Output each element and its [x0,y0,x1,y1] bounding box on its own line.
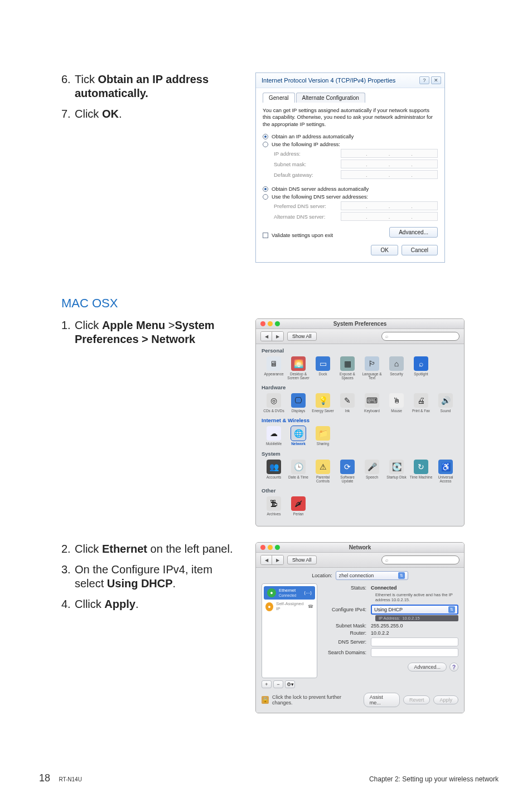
remove-button[interactable]: − [273,680,283,688]
sidebar-item-ethernet[interactable]: ● EthernetConnected ⟨⋯⟩ [264,586,315,600]
dialog-title: Internet Protocol Version 4 (TCP/IPv4) P… [262,77,395,84]
pref-item[interactable]: ☁MobileMe [262,426,286,446]
ok-button[interactable]: OK [371,245,398,255]
help-button-icon[interactable]: ? [419,76,429,84]
pref-item[interactable]: 🖥Appearance [262,356,286,380]
pref-item[interactable]: 🖱Mouse [384,393,409,413]
search-domains-label: Search Domains: [322,650,371,655]
checkbox-validate[interactable]: Validate settings upon exit [263,232,333,238]
pref-item[interactable]: 💡Energy Saver [311,393,335,413]
nav-buttons[interactable]: ◀ ▶ [260,555,284,565]
pref-item[interactable]: ◎CDs & DVDs [262,393,286,413]
field-ip-address: IP address:... [274,149,438,158]
assist-button[interactable]: Assist me... [364,693,400,707]
section-hdr-system: System [262,451,458,457]
tab-alternate-config[interactable]: Alternate Configuration [296,93,365,103]
network-window: Network ◀ ▶ Show All ⌕ Location: zhel co… [255,542,465,713]
section-hdr-personal: Personal [262,347,458,354]
field-alternate-dns: Alternate DNS server:... [274,212,438,221]
pref-item[interactable]: ⟳Software Update [335,460,360,483]
phone-icon: ☎ [308,604,313,609]
pref-item[interactable]: 🌅Desktop & Screen Saver [286,356,311,380]
radio-use-ip[interactable]: Use the following IP address: [263,141,438,147]
chevron-updown-icon: ⇅ [448,606,455,613]
pref-item[interactable]: ⌂Security [384,356,409,380]
pref-item[interactable]: ⚠Parental Controls [311,460,335,483]
pref-item[interactable]: ⌕Spotlight [409,356,433,380]
router-value: 10.0.2.2 [371,630,389,636]
pref-item[interactable]: 🖨Print & Fax [409,393,433,413]
radio-obtain-dns[interactable]: Obtain DNS server address automatically [263,186,438,192]
radio-obtain-ip[interactable]: Obtain an IP address automatically [263,133,438,139]
pref-item[interactable]: 🔊Sound [433,393,458,413]
location-label: Location: [312,573,332,578]
close-icon[interactable]: ✕ [431,76,441,84]
pref-item[interactable]: ▦Exposé & Spaces [335,356,360,380]
tab-general[interactable]: General [263,93,295,103]
forward-icon[interactable]: ▶ [272,332,283,341]
step-b3: 3. On the Configure IPv4, item select Us… [61,563,240,591]
mac-osx-heading: MAC OSX [61,296,499,311]
pref-item[interactable]: ↻Time Machine [409,460,433,483]
forward-icon[interactable]: ▶ [272,555,283,564]
pref-item[interactable]: 🗜Archives [262,496,286,516]
pref-item[interactable]: ♿Universal Access [433,460,458,483]
section-hdr-hardware: Hardware [262,384,458,390]
status-dot-icon: ● [267,588,276,597]
page-number: 18 [39,772,50,784]
chevron-updown-icon: ⇅ [398,572,405,579]
lock-text: Click the lock to prevent further change… [272,694,357,706]
step-b4: 4. Cllick Apply. [61,597,240,611]
status-dot-icon: ● [265,602,273,611]
router-label: Router: [322,630,371,636]
pref-item[interactable]: 🖵Displays [286,393,311,413]
pref-item[interactable]: 🎤Speech [360,460,384,483]
gear-icon[interactable]: ⚙▾ [285,680,295,688]
status-subtext: Ethernet is currently active and has the… [375,592,458,602]
sidebar-item-selfip[interactable]: ● Self-Assigned IP ☎ [262,600,317,614]
search-domains-input[interactable] [371,648,458,657]
checkbox-icon [263,233,268,238]
pref-item-network[interactable]: 🌐Network [286,426,311,446]
radio-icon [263,142,268,147]
ethernet-port-icon: ⟨⋯⟩ [304,591,312,596]
dns-label: DNS Server: [322,639,371,645]
dns-input[interactable] [371,637,458,646]
pref-item[interactable]: 💽Startup Disk [384,460,409,483]
show-all-button[interactable]: Show All [287,555,317,564]
advanced-button[interactable]: Advanced... [408,663,447,671]
cancel-button[interactable]: Cancel [402,245,438,255]
configure-ipv4-select[interactable]: Using DHCP ⇅ [371,605,458,615]
back-icon[interactable]: ◀ [261,332,272,341]
location-select[interactable]: zhel connection ⇅ [336,571,408,580]
search-icon: ⌕ [385,334,388,339]
radio-use-dns[interactable]: Use the following DNS server addresses: [263,194,438,200]
search-input[interactable]: ⌕ [381,332,460,341]
pref-item[interactable]: 🌶Perian [286,496,311,516]
help-icon[interactable]: ? [449,663,458,671]
add-button[interactable]: + [262,680,272,688]
pref-item[interactable]: 🕒Date & Time [286,460,311,483]
pref-item[interactable]: ⌨Keyboard [360,393,384,413]
status-label: Status: [322,585,371,591]
radio-icon [263,134,268,139]
radio-icon [263,186,268,192]
show-all-button[interactable]: Show All [287,332,317,341]
pref-item[interactable]: 👥Accounts [262,460,286,483]
nav-buttons[interactable]: ◀ ▶ [260,331,284,341]
system-preferences-window: System Preferences ◀ ▶ Show All ⌕ Person… [255,318,465,526]
step-b1: 1. Click Apple Menu >System Preferences … [61,318,240,346]
lock-icon[interactable]: 🔒 [262,696,269,704]
pref-item[interactable]: ▭Dock [311,356,335,380]
section-hdr-internet: Internet & Wireless [262,417,458,423]
pref-item[interactable]: 🏳Language & Text [360,356,384,380]
field-subnet-mask: Subnet mask:... [274,160,438,168]
model-name: RT-N14U [59,776,82,782]
pref-item[interactable]: ✎Ink [335,393,360,413]
pref-item[interactable]: 📁Sharing [311,426,335,446]
advanced-button[interactable]: Advanced... [389,227,438,238]
revert-button[interactable]: Revert [403,695,431,704]
apply-button[interactable]: Apply [433,695,458,704]
search-input[interactable]: ⌕ [381,555,460,564]
back-icon[interactable]: ◀ [261,555,272,564]
